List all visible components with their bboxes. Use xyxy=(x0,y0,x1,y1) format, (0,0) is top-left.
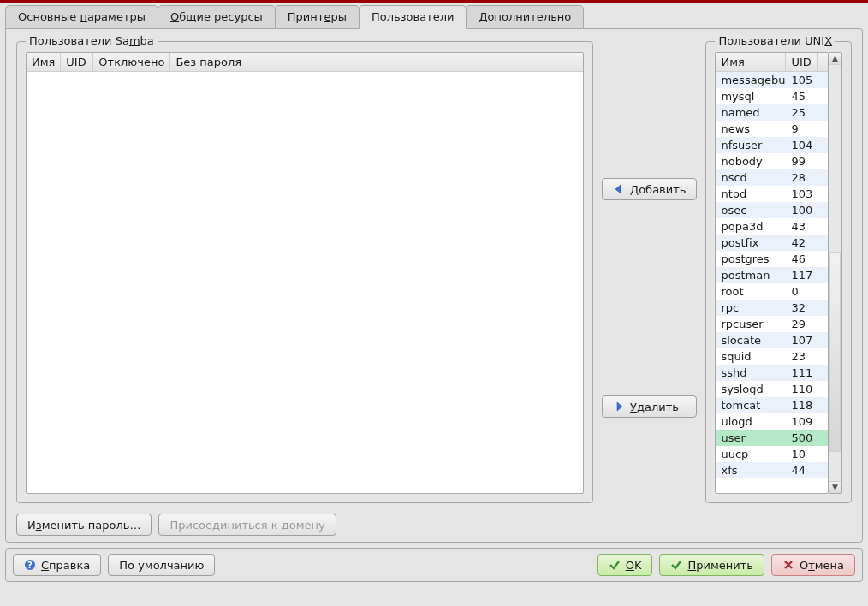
apply-button[interactable]: Применить xyxy=(659,554,764,576)
svg-text:?: ? xyxy=(27,561,33,570)
unix-users-group: Пользователи UNIX Имя UID messagebus105m… xyxy=(705,41,852,503)
table-row[interactable]: user500 xyxy=(716,430,828,446)
defaults-button[interactable]: По умолчанию xyxy=(108,554,215,576)
unix-row-uid: 118 xyxy=(786,397,818,413)
tab-pane: Пользователи Samba Имя UID Отключено Без… xyxy=(5,28,863,543)
unix-scrollbar[interactable]: ▲ ▼ xyxy=(829,52,842,494)
close-icon xyxy=(782,559,794,571)
samba-col-name[interactable]: Имя xyxy=(27,53,61,71)
table-row[interactable]: rpcuser29 xyxy=(716,316,828,332)
bottom-bar: ? Справка По умолчанию OK Применить xyxy=(5,548,863,582)
unix-row-name: mysql xyxy=(716,88,786,104)
table-row[interactable]: squid23 xyxy=(716,348,828,365)
arrow-left-icon xyxy=(613,183,625,195)
unix-row-uid: 110 xyxy=(786,381,818,397)
unix-row-name: nscd xyxy=(716,169,786,186)
table-row[interactable]: mysql45 xyxy=(716,88,828,104)
table-row[interactable]: uucp10 xyxy=(716,446,828,462)
unix-row-uid: 100 xyxy=(786,202,818,218)
samba-users-list[interactable]: Имя UID Отключено Без пароля xyxy=(26,52,584,494)
unix-col-uid[interactable]: UID xyxy=(786,53,818,71)
table-row[interactable]: named25 xyxy=(716,104,828,121)
table-row[interactable]: postfix42 xyxy=(716,235,828,251)
unix-row-uid: 44 xyxy=(786,462,818,478)
arrow-right-icon xyxy=(613,401,625,413)
unix-row-uid: 28 xyxy=(786,169,818,186)
add-button[interactable]: Добавить xyxy=(602,178,697,200)
unix-row-name: postman xyxy=(716,267,786,283)
unix-row-uid: 45 xyxy=(786,88,818,104)
tab-bar: Основные параметры Общие ресурсы Принтер… xyxy=(5,5,863,29)
help-button[interactable]: ? Справка xyxy=(13,554,101,576)
ok-button[interactable]: OK xyxy=(597,554,653,576)
unix-row-uid: 10 xyxy=(786,446,818,462)
add-button-label: Добавить xyxy=(630,183,686,196)
tab-advanced[interactable]: Дополнительно xyxy=(466,5,584,29)
scroll-down-button[interactable]: ▼ xyxy=(829,481,841,493)
unix-row-name: syslogd xyxy=(716,381,786,397)
table-row[interactable]: nfsuser104 xyxy=(716,137,828,153)
below-buttons: Изменить пароль… Присоединиться к домену xyxy=(16,514,852,536)
scroll-thumb[interactable] xyxy=(829,253,841,452)
table-row[interactable]: ulogd109 xyxy=(716,413,828,430)
samba-col-nopass[interactable]: Без пароля xyxy=(170,53,247,71)
table-row[interactable]: nobody99 xyxy=(716,153,828,169)
unix-users-list[interactable]: Имя UID messagebus105mysql45named25news9… xyxy=(715,52,829,494)
samba-list-body[interactable] xyxy=(27,72,583,493)
table-row[interactable]: xfs44 xyxy=(716,462,828,478)
unix-row-uid: 42 xyxy=(786,235,818,251)
unix-list-header: Имя UID xyxy=(716,53,828,72)
middle-buttons: Добавить Удалить xyxy=(602,41,697,503)
tab-main-params[interactable]: Основные параметры xyxy=(5,5,158,29)
bottom-right: OK Применить Отмена xyxy=(597,554,855,576)
check-icon xyxy=(609,559,621,571)
unix-row-uid: 9 xyxy=(786,121,818,137)
table-row[interactable]: sshd111 xyxy=(716,365,828,381)
table-row[interactable]: slocate107 xyxy=(716,332,828,348)
unix-row-name: tomcat xyxy=(716,397,786,413)
tab-users[interactable]: Пользователи xyxy=(359,5,467,29)
change-password-button[interactable]: Изменить пароль… xyxy=(16,514,152,536)
unix-row-uid: 25 xyxy=(786,104,818,121)
unix-row-uid: 109 xyxy=(786,413,818,430)
join-domain-button: Присоединиться к домену xyxy=(158,514,336,536)
unix-row-name: slocate xyxy=(716,332,786,348)
table-row[interactable]: postman117 xyxy=(716,267,828,283)
unix-row-name: news xyxy=(716,121,786,137)
samba-users-group: Пользователи Samba Имя UID Отключено Без… xyxy=(16,41,593,503)
table-row[interactable]: news9 xyxy=(716,121,828,137)
unix-row-uid: 23 xyxy=(786,348,818,365)
table-row[interactable]: messagebus105 xyxy=(716,72,828,88)
chevron-down-icon: ▼ xyxy=(832,484,838,491)
tab-advanced-label: Дополнительно xyxy=(479,10,571,23)
table-row[interactable]: ntpd103 xyxy=(716,186,828,202)
delete-button[interactable]: Удалить xyxy=(602,395,697,418)
table-row[interactable]: osec100 xyxy=(716,202,828,218)
cancel-button[interactable]: Отмена xyxy=(771,554,855,576)
unix-col-name[interactable]: Имя xyxy=(716,53,786,71)
unix-row-uid: 107 xyxy=(786,332,818,348)
samba-col-uid[interactable]: UID xyxy=(61,53,93,71)
unix-row-name: nobody xyxy=(716,153,786,169)
unix-list-body[interactable]: messagebus105mysql45named25news9nfsuser1… xyxy=(716,72,828,493)
table-row[interactable]: postgres46 xyxy=(716,251,828,267)
window: Основные параметры Общие ресурсы Принтер… xyxy=(0,3,868,587)
scroll-track[interactable] xyxy=(829,65,841,481)
table-row[interactable]: syslogd110 xyxy=(716,381,828,397)
tab-printers[interactable]: Принтеры xyxy=(275,5,360,29)
chevron-up-icon: ▲ xyxy=(832,55,838,62)
columns: Пользователи Samba Имя UID Отключено Без… xyxy=(16,41,852,503)
table-row[interactable]: root0 xyxy=(716,283,828,300)
unix-row-uid: 104 xyxy=(786,137,818,153)
samba-col-disabled[interactable]: Отключено xyxy=(93,53,170,71)
table-row[interactable]: popa3d43 xyxy=(716,218,828,235)
tab-shares[interactable]: Общие ресурсы xyxy=(158,5,276,29)
table-row[interactable]: rpc32 xyxy=(716,300,828,316)
unix-row-uid: 29 xyxy=(786,316,818,332)
table-row[interactable]: nscd28 xyxy=(716,169,828,186)
table-row[interactable]: tomcat118 xyxy=(716,397,828,413)
samba-list-header: Имя UID Отключено Без пароля xyxy=(27,53,583,72)
scroll-up-button[interactable]: ▲ xyxy=(829,53,841,65)
unix-row-name: uucp xyxy=(716,446,786,462)
unix-row-uid: 500 xyxy=(786,430,818,446)
